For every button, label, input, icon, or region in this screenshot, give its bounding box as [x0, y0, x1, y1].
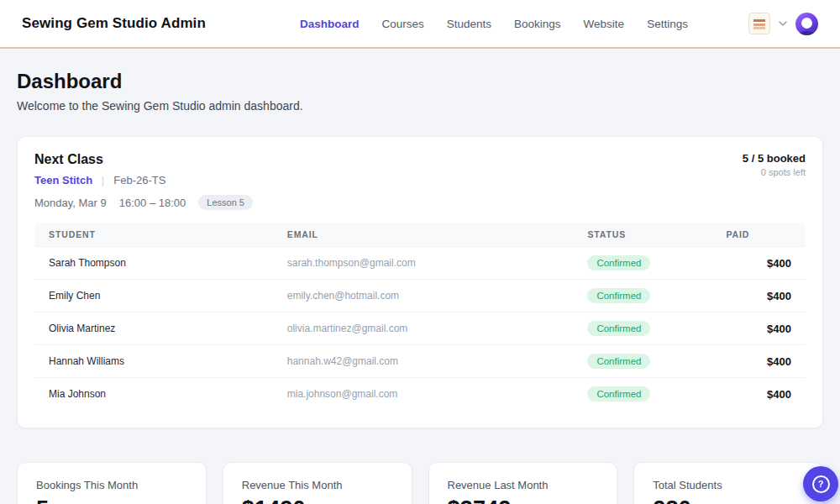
chevron-down-icon[interactable]	[778, 18, 788, 29]
student-name: Emily Chen	[35, 280, 274, 312]
stat-label: Total Students	[653, 479, 804, 491]
stat-label: Revenue This Month	[242, 479, 393, 491]
account-menu	[748, 13, 818, 35]
table-header-row: STUDENT EMAIL STATUS PAID	[35, 223, 806, 247]
page-title: Dashboard	[17, 70, 823, 93]
question-mark-icon: ?	[812, 475, 830, 493]
nav-item-bookings[interactable]: Bookings	[514, 18, 561, 30]
student-name: Mia Johnson	[35, 378, 274, 411]
student-roster-table: STUDENT EMAIL STATUS PAID Sarah Thompson…	[34, 222, 806, 411]
dashboard-content: Dashboard Welcome to the Sewing Gem Stud…	[0, 70, 840, 504]
nav-item-students[interactable]: Students	[447, 18, 491, 30]
stat-label: Revenue Last Month	[448, 479, 599, 491]
nav-item-dashboard[interactable]: Dashboard	[300, 18, 360, 30]
student-email: mia.johnson@gmail.com	[274, 378, 575, 411]
course-link[interactable]: Teen Stitch	[34, 174, 92, 186]
column-header-paid: PAID	[712, 223, 805, 247]
column-header-student: STUDENT	[35, 223, 274, 247]
top-navigation-bar: Sewing Gem Studio Admin Dashboard Course…	[0, 0, 840, 49]
workspace-logo-thumbnail[interactable]	[748, 13, 770, 34]
status-badge: Confirmed	[587, 288, 650, 303]
status-badge: Confirmed	[587, 354, 650, 369]
nav-item-courses[interactable]: Courses	[381, 18, 423, 30]
next-class-card: Next Class Teen Stitch | Feb-26-TS Monda…	[17, 136, 823, 428]
student-name: Sarah Thompson	[35, 247, 274, 280]
status-badge: Confirmed	[587, 255, 650, 270]
table-row: Emily Chen emily.chen@hotmail.com Confir…	[35, 280, 806, 312]
user-avatar[interactable]	[795, 13, 818, 35]
status-badge: Confirmed	[587, 386, 650, 402]
student-email: sarah.thompson@gmail.com	[274, 247, 575, 280]
student-email: hannah.w42@gmail.com	[274, 345, 575, 378]
next-class-title: Next Class	[34, 152, 253, 167]
student-name: Olivia Martinez	[35, 312, 274, 345]
table-row: Mia Johnson mia.johnson@gmail.com Confir…	[35, 378, 806, 411]
paid-amount: $400	[712, 280, 805, 312]
help-button[interactable]: ?	[803, 466, 838, 501]
paid-amount: $400	[712, 312, 805, 345]
paid-amount: $400	[712, 345, 805, 378]
page-subtitle: Welcome to the Sewing Gem Studio admin d…	[17, 99, 823, 113]
column-header-email: EMAIL	[274, 223, 575, 247]
stat-label: Bookings This Month	[36, 479, 187, 491]
paid-amount: $400	[712, 378, 805, 411]
table-row: Olivia Martinez olivia.martinez@gmail.co…	[35, 312, 806, 345]
stat-value: 280	[653, 496, 804, 504]
stat-card-bookings-this-month: Bookings This Month 5	[17, 462, 207, 504]
stat-value: $3742	[448, 496, 599, 504]
stat-value: 5	[36, 496, 187, 504]
capacity-summary: 5 / 5 booked 0 spots left	[743, 152, 806, 177]
nav-item-settings[interactable]: Settings	[647, 18, 688, 30]
column-header-status: STATUS	[574, 223, 712, 247]
booked-count: 5 / 5 booked	[743, 152, 806, 165]
student-email: olivia.martinez@gmail.com	[274, 312, 575, 345]
student-email: emily.chen@hotmail.com	[274, 280, 575, 312]
stat-value: $1490	[242, 496, 393, 504]
divider: |	[102, 175, 104, 186]
app-title[interactable]: Sewing Gem Studio Admin	[22, 15, 206, 32]
main-nav: Dashboard Courses Students Bookings Webs…	[239, 18, 748, 30]
student-name: Hannah Williams	[35, 345, 274, 378]
status-badge: Confirmed	[587, 321, 650, 336]
class-date: Monday, Mar 9	[34, 197, 107, 209]
table-row: Hannah Williams hannah.w42@gmail.com Con…	[35, 345, 806, 378]
lesson-badge: Lesson 5	[198, 195, 253, 210]
table-row: Sarah Thompson sarah.thompson@gmail.com …	[35, 247, 806, 280]
stat-card-total-students: Total Students 280	[633, 462, 823, 504]
stats-row: Bookings This Month 5 Revenue This Month…	[17, 462, 823, 504]
paid-amount: $400	[712, 247, 805, 280]
class-time: 16:00 – 18:00	[119, 197, 186, 209]
class-code: Feb-26-TS	[113, 174, 165, 186]
stat-card-revenue-last-month: Revenue Last Month $3742	[428, 462, 618, 504]
stat-card-revenue-this-month: Revenue This Month $1490	[223, 462, 412, 504]
next-class-info: Next Class Teen Stitch | Feb-26-TS Monda…	[34, 152, 253, 210]
spots-left: 0 spots left	[743, 167, 806, 177]
nav-item-website[interactable]: Website	[584, 18, 625, 30]
